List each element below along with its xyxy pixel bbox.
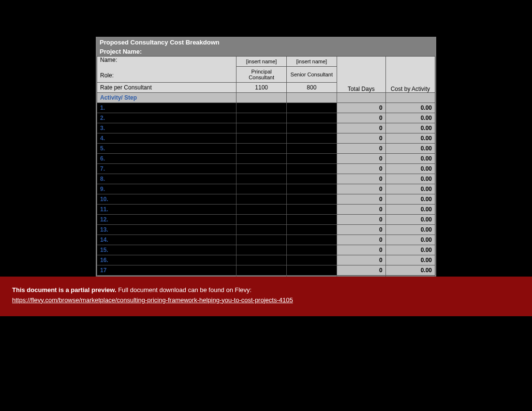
days-input-0[interactable] [236,205,287,215]
row-total-days: 0 [337,164,385,174]
days-input-0[interactable] [236,154,287,164]
row-total-days: 0 [337,225,385,235]
days-input-0[interactable] [236,225,287,235]
banner-bold: This document is a partial preview. [12,286,117,294]
row-total-days: 0 [337,184,385,194]
activity-number[interactable]: 12. [97,215,236,225]
cost-by-activity-header: Cost by Activity [385,57,435,93]
table-row: 1.00.00 [97,103,435,113]
activity-number[interactable]: 10. [97,194,236,205]
days-input-1[interactable] [286,255,337,265]
total-days-header: Total Days [337,57,385,93]
consultant-1-rate[interactable]: 800 [286,83,337,93]
days-input-0[interactable] [236,245,287,255]
project-name-label: Project Name: [97,47,435,56]
row-total-days: 0 [337,113,385,123]
activity-number[interactable]: 4. [97,133,236,144]
days-input-0[interactable] [236,133,287,144]
consultant-0-rate[interactable]: 1100 [236,83,287,93]
days-input-0[interactable] [236,113,287,123]
role-label: Role: [100,72,233,79]
row-total-days: 0 [337,123,385,133]
consultant-0-name[interactable]: [insert name] [236,57,287,67]
row-cost: 0.00 [385,215,435,225]
table-row: 10.00.00 [97,194,435,205]
days-input-0[interactable] [236,265,287,276]
days-input-1[interactable] [286,265,337,276]
row-cost: 0.00 [385,194,435,205]
days-input-1[interactable] [286,154,337,164]
row-cost: 0.00 [385,133,435,144]
days-input-0[interactable] [236,184,287,194]
table-row: 7.00.00 [97,164,435,174]
days-input-1[interactable] [286,133,337,144]
days-input-0[interactable] [236,123,287,133]
days-input-1[interactable] [286,245,337,255]
activity-number[interactable]: 2. [97,113,236,123]
activity-number[interactable]: 15. [97,245,236,255]
days-input-0[interactable] [236,174,287,184]
consultant-1-name[interactable]: [insert name] [286,57,337,67]
row-total-days: 0 [337,235,385,245]
row-total-days: 0 [337,205,385,215]
activity-number[interactable]: 14. [97,235,236,245]
row-cost: 0.00 [385,184,435,194]
row-total-days: 0 [337,133,385,144]
table-row: 15.00.00 [97,245,435,255]
table-row: 12.00.00 [97,215,435,225]
days-input-1[interactable] [286,164,337,174]
activity-number[interactable]: 6. [97,154,236,164]
days-input-0[interactable] [236,164,287,174]
activity-number[interactable]: 13. [97,225,236,235]
days-input-1[interactable] [286,194,337,205]
name-label: Name: [100,57,233,63]
row-cost: 0.00 [385,255,435,265]
activity-number[interactable]: 1. [97,103,236,113]
row-cost: 0.00 [385,235,435,245]
days-input-0[interactable] [236,235,287,245]
activity-number[interactable]: 17 [97,265,236,276]
days-input-0[interactable] [236,194,287,205]
table-row: 5.00.00 [97,144,435,154]
days-input-1[interactable] [286,215,337,225]
table-row: 9.00.00 [97,184,435,194]
days-input-0[interactable] [236,144,287,154]
days-input-1[interactable] [286,174,337,184]
activity-number[interactable]: 8. [97,174,236,184]
days-input-0[interactable] [236,103,287,113]
row-cost: 0.00 [385,154,435,164]
table-row: 14.00.00 [97,235,435,245]
days-input-1[interactable] [286,205,337,215]
consultant-0-role: Principal Consultant [236,67,287,83]
row-total-days: 0 [337,144,385,154]
activity-number[interactable]: 16. [97,255,236,265]
table-row: 3.00.00 [97,123,435,133]
days-input-1[interactable] [286,123,337,133]
row-total-days: 0 [337,194,385,205]
table-row: 13.00.00 [97,225,435,235]
row-total-days: 0 [337,255,385,265]
days-input-1[interactable] [286,225,337,235]
days-input-1[interactable] [286,235,337,245]
activity-number[interactable]: 7. [97,164,236,174]
days-input-1[interactable] [286,113,337,123]
activity-number[interactable]: 3. [97,123,236,133]
row-total-days: 0 [337,154,385,164]
activity-number[interactable]: 11. [97,205,236,215]
days-input-1[interactable] [286,103,337,113]
days-input-1[interactable] [286,184,337,194]
activity-step-header: Activity/ Step [97,93,236,103]
days-input-1[interactable] [286,144,337,154]
activity-number[interactable]: 5. [97,144,236,154]
rate-label: Rate per Consultant [97,83,236,93]
days-input-0[interactable] [236,215,287,225]
table-row: 8.00.00 [97,174,435,184]
table-row: 6.00.00 [97,154,435,164]
row-cost: 0.00 [385,245,435,255]
row-cost: 0.00 [385,174,435,184]
table-row: 16.00.00 [97,255,435,265]
activity-number[interactable]: 9. [97,184,236,194]
spreadsheet-table: Proposed Consultancy Cost Breakdown Proj… [96,37,436,287]
banner-link[interactable]: https://flevy.com/browse/marketplace/con… [12,296,293,304]
days-input-0[interactable] [236,255,287,265]
